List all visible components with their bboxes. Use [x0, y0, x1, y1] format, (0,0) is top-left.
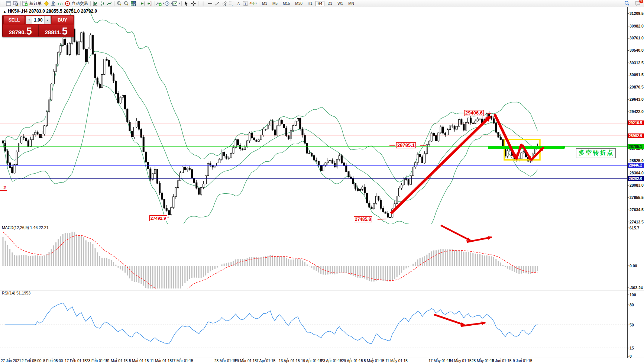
candle-body — [415, 162, 416, 167]
volume-value[interactable]: 1.00 — [32, 16, 44, 24]
candle-body — [329, 160, 331, 161]
volume-up-button[interactable]: ▲ — [44, 16, 51, 24]
zoom-out-icon[interactable] — [123, 0, 130, 7]
trendline-icon[interactable] — [214, 0, 221, 7]
line-chart-icon[interactable] — [106, 0, 113, 7]
sell-price[interactable]: 28790.5 — [3, 25, 39, 36]
annotation-turning-point-text[interactable]: 多空转折点 — [576, 148, 616, 158]
candle-body — [101, 74, 103, 88]
price-tick-label: 29422.0 — [630, 109, 644, 114]
crosshair-icon[interactable] — [190, 0, 197, 7]
timeframe-m30[interactable]: M30 — [293, 1, 304, 6]
macd-tick-label: -363.24 — [630, 286, 643, 290]
search-icon[interactable] — [623, 0, 630, 7]
cursor-icon[interactable] — [183, 0, 190, 7]
timeframe-h4[interactable]: H4 — [315, 1, 325, 6]
timeframe-h1[interactable]: H1 — [305, 1, 315, 6]
time-tick-label: 28 May 01:15 — [472, 359, 494, 363]
templates-icon[interactable]: ▾ — [172, 0, 180, 7]
new-order-button[interactable]: 新订单 — [22, 0, 43, 7]
candle-body — [226, 156, 227, 158]
time-tick-label: 23 Apr 01:15 — [321, 359, 342, 363]
time-tick-label: 3 Jun 01:15 — [492, 359, 512, 363]
timeframe-m1[interactable]: M1 — [260, 1, 269, 6]
price-tick-label: 28304.0 — [630, 171, 644, 175]
time-tick-label: 13 Apr 01:15 — [279, 359, 300, 363]
candlestick-icon[interactable] — [99, 0, 106, 7]
candle-body — [27, 141, 29, 146]
fibonacci-icon[interactable]: F — [228, 0, 235, 7]
auto-scroll-icon[interactable] — [139, 0, 146, 7]
candle-body — [210, 164, 211, 165]
chart-shift-icon[interactable] — [146, 0, 153, 7]
candle-body — [428, 141, 430, 145]
buy-price-main: 28811. — [45, 29, 62, 36]
annotation-pullback-price[interactable]: 28785.1 — [396, 142, 416, 148]
candle-body — [433, 133, 434, 135]
timeframe-m5[interactable]: M5 — [270, 1, 280, 6]
annotation-march-low-price[interactable]: 27492.9 — [149, 215, 167, 221]
metaeditor-icon[interactable] — [43, 0, 50, 7]
price-tick-label: 30761.0 — [630, 36, 644, 40]
candle-body — [221, 152, 223, 160]
candles — [2, 27, 538, 218]
volume-stepper[interactable]: ▼ 1.00 ▲ — [26, 16, 51, 24]
candle-body — [242, 149, 243, 150]
buy-price[interactable]: 28811.5 — [39, 25, 74, 36]
timeframe-w1[interactable]: W1 — [335, 1, 345, 6]
bar-chart-icon[interactable] — [92, 0, 99, 7]
price-tick-label: 29643.0 — [630, 97, 644, 102]
chart-canvas[interactable]: 31209.530982.030761.030540.030312.530091… — [0, 0, 644, 364]
collapse-triangle-icon[interactable]: ▲ — [3, 10, 6, 13]
candle-body — [523, 151, 524, 153]
chat-icon[interactable]: 1 — [634, 0, 641, 7]
autotrading-button[interactable]: 自动交易 — [64, 0, 89, 7]
sell-button[interactable]: SELL — [3, 16, 25, 24]
periods-icon[interactable]: ▾ — [164, 0, 172, 7]
candle-body — [106, 59, 107, 61]
candle-body — [389, 217, 391, 218]
candle-body — [387, 213, 388, 217]
toolbar-grip[interactable] — [2, 1, 4, 6]
label-icon[interactable]: T — [242, 0, 249, 7]
annotation-peak-price[interactable]: 29406.6 — [464, 110, 484, 116]
candle-body — [110, 66, 112, 74]
time-tick-label: 17 May 01:15 — [428, 359, 451, 363]
candle-body — [251, 133, 253, 138]
timeframe-d1[interactable]: D1 — [325, 1, 334, 6]
rsi-tick-label: 15 — [630, 346, 634, 350]
rsi-label: RSI(14) 51.1953 — [2, 291, 30, 295]
text-icon[interactable]: A — [235, 0, 242, 7]
annotation-left-edge-partial[interactable]: 2 — [0, 185, 7, 191]
candle-body — [23, 137, 25, 138]
vertical-line-icon[interactable] — [200, 0, 207, 7]
horizontal-line-icon[interactable] — [207, 0, 214, 7]
candle-body — [122, 96, 123, 97]
arrows-caret[interactable]: ▾ — [256, 2, 257, 5]
experts-icon[interactable] — [50, 0, 57, 7]
candle-body — [507, 151, 508, 156]
candle-body — [454, 126, 455, 129]
macd-arrow-down — [441, 225, 470, 241]
time-tick-label: 9 Jun 01:15 — [513, 359, 533, 363]
candle-body — [253, 138, 255, 140]
data-window-icon[interactable] — [12, 0, 19, 7]
timeframe-m15[interactable]: M15 — [281, 1, 292, 6]
timeframe-mn[interactable]: MN — [346, 1, 356, 6]
indicators-icon[interactable]: ▾ — [156, 0, 164, 7]
zoom-in-icon[interactable] — [116, 0, 123, 7]
time-tick-label: 17 Feb 01:15 — [65, 359, 87, 363]
price-tick-label: 29870.5 — [630, 85, 644, 89]
signals-icon[interactable] — [57, 0, 64, 7]
channel-icon[interactable]: E — [221, 0, 228, 7]
arrows-icon[interactable]: ▾ — [249, 0, 257, 7]
tile-windows-icon[interactable] — [130, 0, 137, 7]
annotation-may-low-price[interactable]: 27485.8 — [354, 216, 372, 222]
candle-body — [467, 118, 469, 123]
candle-body — [373, 203, 375, 209]
buy-button[interactable]: BUY — [52, 16, 73, 24]
volume-down-button[interactable]: ▼ — [26, 16, 32, 24]
new-chart-icon[interactable] — [5, 0, 12, 7]
price-tick-label: 28525.0 — [630, 158, 644, 163]
templates-caret[interactable]: ▾ — [179, 2, 180, 5]
